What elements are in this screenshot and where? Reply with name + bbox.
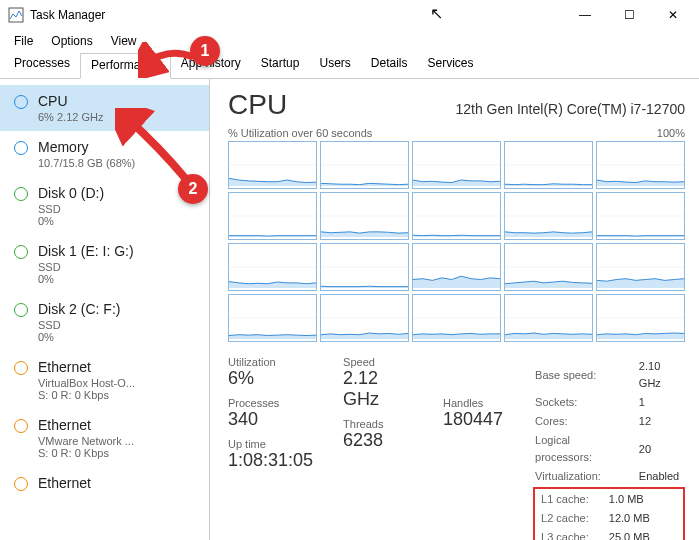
cpu-core-graph [596,192,685,240]
menu-file[interactable]: File [6,32,41,50]
sidebar-item-ethernet[interactable]: EthernetVirtualBox Host-O...S: 0 R: 0 Kb… [0,351,209,409]
status-ring-icon [14,361,28,375]
graph-label-right: 100% [657,127,685,139]
cpu-core-graph [228,294,317,342]
graph-label-left: % Utilization over 60 seconds [228,127,372,139]
sidebar-item-sublabel: VMware Network ...S: 0 R: 0 Kbps [38,435,134,459]
tab-services[interactable]: Services [418,52,484,78]
cache-highlight-box: L1 cache:1.0 MB L2 cache:12.0 MB L3 cach… [533,487,685,540]
annotation-arrow-1 [138,42,198,78]
sidebar-item-disk-2-c-f-[interactable]: Disk 2 (C: F:)SSD0% [0,293,209,351]
svg-marker-10 [597,180,684,186]
sidebar-item-sublabel: SSD0% [38,319,120,343]
window-title: Task Manager [30,8,105,22]
handles-value: 180447 [443,409,503,430]
cpu-core-graph [320,192,409,240]
status-ring-icon [14,419,28,433]
cpu-core-graph [504,243,593,291]
sidebar-item-label: Disk 1 (E: I: G:) [38,243,134,259]
uptime-label: Up time [228,438,313,450]
speed-value: 2.12 GHz [343,368,413,410]
title-bar: Task Manager ↖ ― ☐ ✕ [0,0,699,30]
details-table: Base speed:2.10 GHz Sockets:1 Cores:12 L… [533,356,685,487]
processes-value: 340 [228,409,313,430]
cpu-core-graph [228,192,317,240]
sidebar-item-sublabel: VirtualBox Host-O...S: 0 R: 0 Kbps [38,377,135,401]
app-icon [8,7,24,23]
cpu-core-graph [412,141,501,189]
handles-label: Handles [443,397,503,409]
sidebar-item-label: CPU [38,93,103,109]
processes-label: Processes [228,397,313,409]
page-title: CPU [228,89,287,121]
cpu-core-graph [596,294,685,342]
cpu-core-graph [412,294,501,342]
cpu-core-graph [596,243,685,291]
sidebar-item-label: Ethernet [38,475,91,491]
status-ring-icon [14,141,28,155]
utilization-value: 6% [228,368,313,389]
cpu-model: 12th Gen Intel(R) Core(TM) i7-12700 [455,101,685,117]
menu-options[interactable]: Options [43,32,100,50]
status-ring-icon [14,245,28,259]
sidebar-item-ethernet[interactable]: Ethernet [0,467,209,501]
cpu-core-graph [504,294,593,342]
annotation-arrow-2 [115,108,195,188]
maximize-button[interactable]: ☐ [607,0,651,30]
tab-users[interactable]: Users [309,52,360,78]
sidebar-item-label: Disk 0 (D:) [38,185,104,201]
sidebar-item-ethernet[interactable]: EthernetVMware Network ...S: 0 R: 0 Kbps [0,409,209,467]
status-ring-icon [14,95,28,109]
sidebar-item-sublabel: SSD0% [38,261,134,285]
utilization-label: Utilization [228,356,313,368]
sidebar-item-sublabel: 6% 2.12 GHz [38,111,103,123]
cpu-graph-grid [228,141,685,342]
sidebar-item-label: Ethernet [38,359,135,375]
threads-label: Threads [343,418,413,430]
sidebar-item-disk-1-e-i-g-[interactable]: Disk 1 (E: I: G:)SSD0% [0,235,209,293]
sidebar-item-sublabel: SSD0% [38,203,104,227]
cpu-core-graph [504,192,593,240]
cpu-core-graph [596,141,685,189]
cpu-core-graph [228,141,317,189]
cpu-core-graph [504,141,593,189]
cpu-core-graph [320,243,409,291]
tab-processes[interactable]: Processes [4,52,80,78]
stat-placeholder [443,368,503,389]
main-panel: CPU 12th Gen Intel(R) Core(TM) i7-12700 … [210,79,699,540]
cpu-core-graph [412,192,501,240]
sidebar-item-label: Disk 2 (C: F:) [38,301,120,317]
sidebar-item-label: Ethernet [38,417,134,433]
status-ring-icon [14,187,28,201]
tab-details[interactable]: Details [361,52,418,78]
speed-label: Speed [343,356,413,368]
minimize-button[interactable]: ― [563,0,607,30]
cpu-core-graph [412,243,501,291]
uptime-value: 1:08:31:05 [228,450,313,471]
cpu-core-graph [320,294,409,342]
cursor-icon: ↖ [430,4,443,23]
threads-value: 6238 [343,430,413,451]
close-button[interactable]: ✕ [651,0,695,30]
tab-bar: Processes Performance App history Startu… [0,52,699,79]
status-ring-icon [14,303,28,317]
tab-startup[interactable]: Startup [251,52,310,78]
cpu-core-graph [320,141,409,189]
status-ring-icon [14,477,28,491]
stat-placeholder [443,356,503,368]
menu-bar: File Options View [0,30,699,52]
cpu-core-graph [228,243,317,291]
